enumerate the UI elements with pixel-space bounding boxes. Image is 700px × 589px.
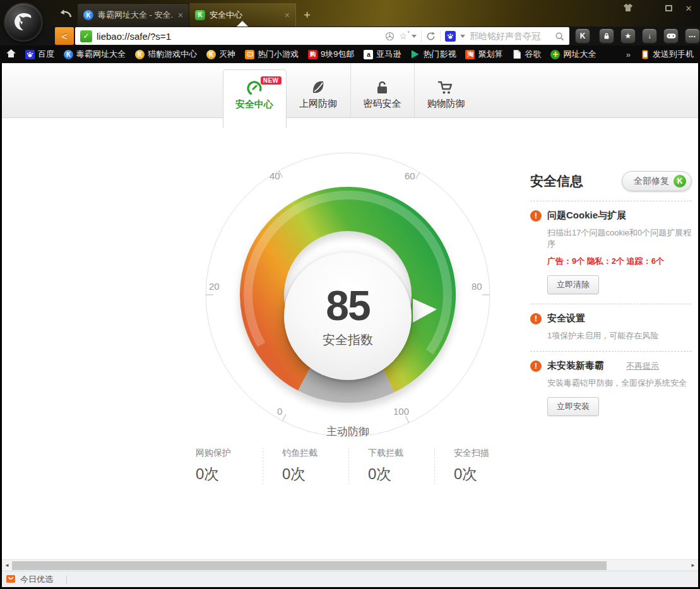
stat-security-scan: 安全扫描 0次 [434, 448, 520, 484]
warning-icon: ! [530, 313, 542, 324]
scroll-left-icon[interactable]: ◄ [2, 562, 12, 568]
tab-password-security[interactable]: 密码安全 [350, 63, 414, 117]
taobao-square-icon: 淘 [465, 50, 475, 59]
theme-skin-icon[interactable] [623, 3, 633, 14]
tab-web-defense[interactable]: 上网防御 [287, 63, 350, 117]
window-controls: ✕ [623, 3, 694, 14]
tab-shopping-defense[interactable]: 购物防御 [414, 63, 478, 117]
search-engine-dropdown-icon[interactable] [460, 35, 465, 38]
page-icon [512, 50, 521, 59]
tick-100: 100 [393, 406, 409, 417]
url-text[interactable]: liebao://safe/?s=1 [97, 31, 171, 42]
scroll-right-icon[interactable]: ► [688, 562, 698, 568]
amazon-icon: a [364, 50, 373, 59]
search-input[interactable] [470, 31, 550, 41]
leaf-icon [287, 78, 350, 98]
issue-security-settings: ! 安全设置 1项保护未启用，可能存在风险 [530, 312, 692, 342]
k-gold-circle-icon: K [206, 50, 216, 59]
daily-picks-label[interactable]: 今日优选 [20, 574, 53, 585]
tab-title: 毒霸网址大全 - 安全... [98, 9, 174, 21]
red-square-icon: 购 [308, 50, 317, 59]
tick-40: 40 [270, 170, 280, 181]
favorite-dropdown-icon[interactable] [412, 35, 417, 38]
bookmark-9kuai9[interactable]: 购 9块9包邮 [308, 49, 354, 60]
privacy-lock-button[interactable] [599, 28, 614, 44]
baidu-paw-icon [25, 50, 35, 59]
more-menu-button[interactable]: ••• [685, 28, 700, 44]
browser-tab-duba[interactable]: K 毒霸网址大全 - 安全... × [77, 3, 189, 27]
back-button[interactable]: < [55, 27, 74, 45]
lock-icon [351, 78, 414, 98]
stat-phishing-block: 钓鱼拦截 0次 [263, 448, 348, 484]
security-gauge: 0 20 40 60 80 100 85 安全指数 主动防御 [204, 151, 492, 439]
site-wheel-icon[interactable] [385, 32, 394, 41]
warning-icon: ! [530, 210, 542, 222]
horizontal-scrollbar[interactable]: ◄ ► [2, 559, 698, 571]
green-circle-plus-icon: ✚ [550, 50, 560, 59]
toolbar-buttons: K ★ ↓ ••• [575, 28, 700, 44]
phone-icon [640, 50, 650, 59]
game-bubble-icon [245, 50, 254, 59]
fix-all-button[interactable]: 全部修复 K [622, 171, 692, 191]
k-blue-circle-icon: K [64, 50, 73, 59]
tick-0: 0 [277, 406, 282, 417]
bookmark-baidu[interactable]: 百度 [25, 49, 54, 60]
bookmark-videos[interactable]: 热门影视 [410, 49, 456, 60]
stat-shopping-protect: 网购保护 0次 [177, 448, 263, 484]
url-bar[interactable]: ✓ liebao://safe/?s=1 ☆+ [75, 27, 569, 45]
favorites-star-button[interactable]: ★ [620, 28, 636, 44]
new-tab-button[interactable]: + [295, 3, 318, 27]
new-badge: NEW [261, 76, 282, 85]
maximize-button[interactable] [663, 4, 673, 13]
scrollbar-thumb[interactable] [12, 561, 607, 570]
active-tab-pointer [237, 21, 248, 27]
security-score: 85 [326, 285, 369, 326]
duba-k-button[interactable]: K [575, 28, 590, 44]
close-button[interactable]: ✕ [684, 4, 694, 13]
clean-now-button[interactable]: 立即清除 [547, 275, 599, 294]
bookmark-mieshen[interactable]: K 灭神 [206, 49, 235, 60]
stat-download-block: 下载拦截 0次 [348, 448, 434, 484]
gauge-center: 85 安全指数 [284, 253, 412, 380]
page-content: NEW 安全中心 上网防御 密码安全 [2, 63, 698, 559]
issue-duba-not-installed: ! 未安装新毒霸 不再提示 安装毒霸铠甲防御，全面保护系统安全 立即安装 [530, 360, 692, 416]
install-now-button[interactable]: 立即安装 [547, 397, 599, 416]
security-dashboard: 0 20 40 60 80 100 85 安全指数 主动防御 网购保护 0次 [2, 118, 698, 559]
baidu-search-icon[interactable] [445, 31, 456, 42]
security-nav-tabs: NEW 安全中心 上网防御 密码安全 [2, 63, 698, 118]
bookmarks-overflow-icon[interactable]: » [626, 50, 631, 59]
bookmark-juhuasuan[interactable]: 淘 聚划算 [465, 49, 502, 60]
bookmark-game-center[interactable]: K 猎豹游戏中心 [135, 49, 197, 60]
tab-security-center[interactable]: NEW 安全中心 [223, 69, 287, 128]
tick-60: 60 [405, 170, 415, 181]
send-to-phone[interactable]: 发送到手机 [640, 49, 694, 60]
search-magnifier-icon[interactable] [555, 32, 564, 41]
browser-tab-security-center[interactable]: K 安全中心 × [189, 3, 295, 27]
protection-stats: 网购保护 0次 钓鱼拦截 0次 下载拦截 0次 安全扫描 0次 [177, 448, 520, 484]
bookmark-amazon[interactable]: a 亚马逊 [364, 49, 401, 60]
tab-close-icon[interactable]: × [285, 10, 290, 20]
bookmark-wangzhi[interactable]: ✚ 网址大全 [550, 49, 596, 60]
games-gamepad-button[interactable] [663, 28, 679, 44]
bookmark-minigames[interactable]: 热门小游戏 [245, 49, 299, 60]
downloads-button[interactable]: ↓ [642, 28, 657, 44]
home-icon[interactable] [6, 49, 16, 59]
security-info-panel: 安全信息 全部修复 K ! 问题Cookie与扩展 扫描出17个问题cookie… [530, 171, 692, 416]
tab-close-icon[interactable]: × [178, 10, 183, 20]
warning-icon: ! [530, 360, 542, 372]
add-favorite-icon[interactable]: ☆+ [399, 31, 407, 41]
history-back-icon[interactable] [58, 8, 72, 21]
issue-cookie-extensions: ! 问题Cookie与扩展 扫描出17个问题cookie和0个问题扩展程序 广告… [530, 210, 692, 294]
dismiss-link[interactable]: 不再提示 [626, 360, 659, 372]
tick-80: 80 [472, 281, 482, 292]
liebao-logo-icon[interactable] [4, 3, 43, 42]
site-safe-icon: ✓ [80, 30, 92, 42]
bookmark-duba[interactable]: K 毒霸网址大全 [64, 49, 126, 60]
panel-title: 安全信息 [530, 172, 583, 190]
cart-icon [415, 78, 478, 98]
bookmark-google[interactable]: 谷歌 [512, 49, 541, 60]
refresh-icon[interactable] [426, 32, 436, 41]
tick-20: 20 [209, 281, 220, 292]
gauge-caption: 主动防御 [204, 424, 492, 439]
play-triangle-icon [410, 50, 420, 59]
